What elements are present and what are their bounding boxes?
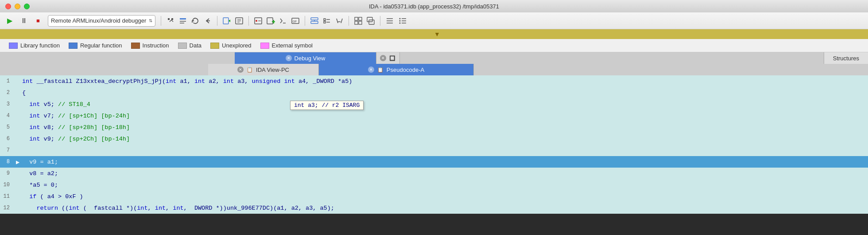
code-text: *a5 = 0;	[22, 182, 58, 188]
step-over-btn[interactable]	[177, 15, 189, 27]
enums-btn[interactable]	[321, 15, 333, 27]
watch-btn[interactable]	[233, 15, 245, 27]
svg-rect-5	[267, 18, 273, 24]
line-number: 11	[0, 193, 13, 200]
close-button[interactable]	[5, 4, 11, 9]
code-line[interactable]: 5 int v8; // [sp+28h] [bp-18h]	[0, 121, 868, 133]
svg-text:0F: 0F	[293, 20, 297, 24]
options-btn[interactable]	[384, 15, 395, 27]
legend-unexplored-label: Unexplored	[222, 42, 252, 49]
tab-row-1: ✕ Debug View ✕ 🔲 Structures	[0, 52, 868, 64]
legend-library: Library function	[9, 42, 60, 49]
code-line[interactable]: 3 int v5; // ST18_4	[0, 98, 868, 110]
layout-controls	[353, 15, 376, 27]
code-line[interactable]: 9 v8 = a2;	[0, 168, 868, 179]
line-arrow: ▶	[13, 158, 22, 166]
hex-view-btn[interactable]: 0F	[290, 15, 301, 27]
separator-5	[349, 16, 349, 26]
svg-rect-15	[369, 20, 374, 24]
legend-library-label: Library function	[20, 42, 60, 49]
regular-swatch	[69, 43, 78, 49]
ida-view-label: IDA View-PC	[256, 67, 289, 73]
structures-tab[interactable]: Structures	[824, 52, 868, 64]
line-number: 2	[0, 90, 13, 96]
data-swatch	[178, 43, 187, 49]
code-text: v8 = a2;	[22, 170, 58, 177]
breakpoint-controls: 0F	[252, 15, 301, 27]
debug-view-close[interactable]: ✕	[286, 55, 292, 61]
library-swatch	[9, 43, 18, 49]
names-btn[interactable]	[333, 15, 345, 27]
code-lines: 1int __fastcall Z13xxtea_decryptPhjS_jPj…	[0, 75, 868, 214]
minimize-button[interactable]	[15, 4, 20, 9]
code-line[interactable]: 10 *a5 = 0;	[0, 179, 868, 191]
code-line[interactable]: 12 return ((int ( fastcall *)(int, int, …	[0, 202, 868, 214]
more-btn[interactable]	[397, 15, 409, 27]
play-button[interactable]: ▶	[4, 15, 16, 27]
svg-point-18	[399, 22, 401, 24]
view-controls	[221, 15, 245, 27]
tooltip-box: int a3; // r2 ISARG	[290, 101, 364, 110]
structs-btn[interactable]	[309, 15, 320, 27]
debug-controls	[165, 15, 213, 27]
legend-unexplored: Unexplored	[210, 42, 252, 49]
code-text: int v5; // ST18_4	[22, 101, 90, 108]
structures-x-icon[interactable]: ✕	[380, 55, 386, 61]
ida-view-close[interactable]: ✕	[237, 67, 244, 73]
code-text: int __fastcall Z13xxtea_decryptPhjS_jPj(…	[22, 78, 352, 85]
stop-button[interactable]: ■	[32, 15, 44, 27]
code-line[interactable]: 2{	[0, 87, 868, 98]
window-title: IDA - ida05371.idb (app_process32) /tmp/…	[369, 3, 499, 10]
add-breakpoint-btn[interactable]	[265, 15, 276, 27]
code-text: if ( a4 > 0xF )	[22, 193, 83, 200]
structures-icon: 🔲	[389, 55, 396, 62]
line-number: 9	[0, 170, 13, 176]
tooltip-text: int a3; // r2 ISARG	[294, 102, 360, 109]
code-line[interactable]: 7	[0, 145, 868, 156]
structure-controls	[309, 15, 345, 27]
tab-row1-spacer	[400, 52, 824, 64]
traffic-lights	[5, 4, 30, 9]
nav-arrow: ▼	[434, 31, 440, 38]
separator-2	[217, 16, 217, 26]
code-text: int v8; // [sp+28h] [bp-18h]	[22, 124, 130, 131]
svg-rect-10	[355, 17, 358, 20]
step-into-btn[interactable]	[165, 15, 176, 27]
svg-rect-8	[311, 18, 318, 20]
line-number: 1	[0, 78, 13, 84]
code-line[interactable]: 11 if ( a4 > 0xF )	[0, 191, 868, 202]
back-btn[interactable]	[202, 15, 213, 27]
breakpoints-btn[interactable]	[252, 15, 264, 27]
pause-button[interactable]: ⏸	[18, 15, 30, 27]
svg-point-4	[256, 20, 257, 22]
svg-rect-11	[359, 17, 362, 20]
disassembly-btn[interactable]	[277, 15, 289, 27]
svg-rect-0	[180, 18, 186, 20]
tab-ida-view-pc[interactable]: ✕ 📋 IDA View-PC	[208, 64, 319, 75]
line-number: 8	[0, 159, 13, 165]
tab-pseudocode-a[interactable]: ✕ 📋 Pseudocode-A	[319, 64, 474, 75]
tile-btn[interactable]	[353, 15, 364, 27]
cascade-btn[interactable]	[365, 15, 376, 27]
pseudocode-close[interactable]: ✕	[368, 67, 374, 73]
code-line[interactable]: 4 int v7; // [sp+1Ch] [bp-24h]	[0, 110, 868, 121]
legend-bar: Library function Regular function Instru…	[0, 39, 868, 52]
separator-1	[161, 16, 161, 26]
main-toolbar: ▶ ⏸ ■ Remote ARMLinux/Android debugger ⇅	[0, 12, 868, 29]
run-to-cursor-btn[interactable]	[221, 15, 232, 27]
code-line[interactable]: 8▶ v9 = a1;	[0, 156, 868, 168]
ida-view-icon: 📋	[246, 66, 253, 73]
refresh-btn[interactable]	[190, 15, 201, 27]
debugger-select-arrow: ⇅	[149, 18, 152, 23]
maximize-button[interactable]	[24, 4, 30, 9]
line-number: 10	[0, 182, 13, 188]
debugger-select[interactable]: Remote ARMLinux/Android debugger ⇅	[48, 15, 155, 27]
code-area[interactable]: 1int __fastcall Z13xxtea_decryptPhjS_jPj…	[0, 75, 868, 214]
legend-external-label: External symbol	[272, 42, 313, 49]
code-line[interactable]: 6 int v9; // [sp+2Ch] [bp-14h]	[0, 133, 868, 145]
tab-structures-icon[interactable]: ✕ 🔲	[376, 52, 400, 64]
tab-debug-view[interactable]: ✕ Debug View	[235, 52, 376, 64]
debugger-select-text: Remote ARMLinux/Android debugger	[51, 17, 146, 24]
pseudocode-icon: 📋	[377, 66, 384, 73]
code-line[interactable]: 1int __fastcall Z13xxtea_decryptPhjS_jPj…	[0, 75, 868, 87]
